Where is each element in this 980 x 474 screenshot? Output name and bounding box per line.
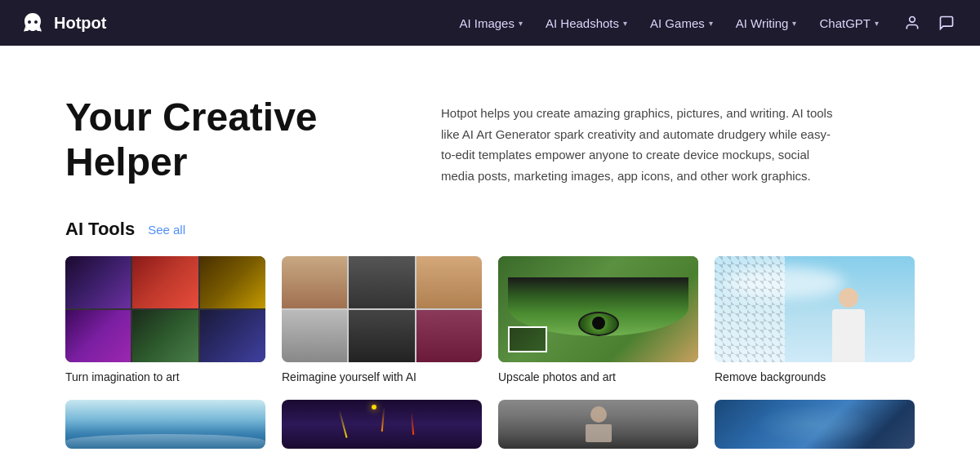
hero-title: Your Creative Helper xyxy=(65,95,376,184)
tools-header: AI Tools See all xyxy=(65,219,915,240)
tools-section-title: AI Tools xyxy=(65,219,135,240)
chevron-down-icon: ▾ xyxy=(792,19,796,28)
svg-point-2 xyxy=(910,17,915,23)
user-icon xyxy=(904,15,920,31)
tool-card-fireworks[interactable] xyxy=(282,400,482,457)
upscale-visual xyxy=(498,256,698,362)
tool-card-portrait[interactable] xyxy=(498,400,698,457)
message-icon xyxy=(938,15,955,31)
mosaic-cell xyxy=(282,310,347,362)
person-mosaic xyxy=(282,256,482,362)
art-mosaic xyxy=(65,256,265,362)
mosaic-cell xyxy=(282,256,347,308)
svg-point-1 xyxy=(34,20,38,24)
tool-card-imagination[interactable]: Turn imagination to art xyxy=(65,256,265,383)
tool-label-imagination: Turn imagination to art xyxy=(65,370,265,383)
navbar-icons xyxy=(898,9,960,37)
chevron-down-icon: ▾ xyxy=(519,19,523,28)
nav-item-ai-games[interactable]: AI Games ▾ xyxy=(640,10,723,37)
nav-item-ai-writing[interactable]: AI Writing ▾ xyxy=(726,10,807,37)
tool-card-upscale[interactable]: Upscale photos and art xyxy=(498,256,698,383)
nav-label-ai-writing: AI Writing xyxy=(736,16,789,30)
tool-image-painting xyxy=(715,400,915,449)
mosaic-cell xyxy=(416,256,482,308)
hero-section: Your Creative Helper Hotpot helps you cr… xyxy=(0,46,980,219)
user-icon-button[interactable] xyxy=(898,9,926,37)
tools-grid: Turn imagination to art Reimagine yourse… xyxy=(65,256,915,457)
mosaic-cell xyxy=(132,310,198,362)
mosaic-cell xyxy=(65,310,131,362)
tool-label-remove-bg: Remove backgrounds xyxy=(715,370,915,383)
tool-image-imagination xyxy=(65,256,265,362)
upscale-thumbnail xyxy=(508,326,547,352)
message-icon-button[interactable] xyxy=(933,9,960,37)
chevron-down-icon: ▾ xyxy=(709,19,713,28)
see-all-link[interactable]: See all xyxy=(148,223,185,237)
remove-bg-visual xyxy=(715,256,915,362)
tools-section: AI Tools See all Turn imagination to art xyxy=(0,219,980,474)
nav-label-chatgpt: ChatGPT xyxy=(819,16,871,30)
chevron-down-icon: ▾ xyxy=(875,19,879,28)
brand-logo[interactable]: Hotpot xyxy=(20,10,106,36)
svg-point-0 xyxy=(28,20,31,24)
navbar: Hotpot AI Images ▾ AI Headshots ▾ AI Gam… xyxy=(0,0,980,46)
nav-label-ai-games: AI Games xyxy=(650,16,705,30)
mosaic-cell xyxy=(65,256,131,308)
mosaic-cell xyxy=(416,310,482,362)
tool-card-remove-bg[interactable]: Remove backgrounds xyxy=(715,256,915,383)
hotpot-icon xyxy=(20,10,46,36)
nav-item-ai-headshots[interactable]: AI Headshots ▾ xyxy=(536,10,637,37)
tool-label-upscale: Upscale photos and art xyxy=(498,370,698,383)
mosaic-cell xyxy=(349,310,414,362)
tool-image-enhance xyxy=(65,400,265,449)
mosaic-cell xyxy=(349,256,414,308)
tool-image-fireworks xyxy=(282,400,482,449)
mosaic-cell xyxy=(132,256,198,308)
tool-label-reimagine: Reimagine yourself with AI xyxy=(282,370,482,383)
navbar-nav: AI Images ▾ AI Headshots ▾ AI Games ▾ AI… xyxy=(449,9,960,37)
hero-left: Your Creative Helper xyxy=(65,95,376,184)
tool-image-portrait xyxy=(498,400,698,449)
hero-description: Hotpot helps you create amazing graphics… xyxy=(441,103,833,186)
chevron-down-icon: ▾ xyxy=(623,19,627,28)
nav-item-ai-images[interactable]: AI Images ▾ xyxy=(449,10,532,37)
brand-name: Hotpot xyxy=(54,14,106,33)
tool-image-upscale xyxy=(498,256,698,362)
nav-item-chatgpt[interactable]: ChatGPT ▾ xyxy=(809,10,889,37)
tool-card-painting[interactable] xyxy=(715,400,915,457)
hero-right: Hotpot helps you create amazing graphics… xyxy=(441,95,915,186)
tool-card-reimagine[interactable]: Reimagine yourself with AI xyxy=(282,256,482,383)
tool-card-enhance[interactable] xyxy=(65,400,265,457)
nav-label-ai-images: AI Images xyxy=(459,16,514,30)
mosaic-cell xyxy=(200,256,265,308)
tool-image-reimagine xyxy=(282,256,482,362)
mosaic-cell xyxy=(200,310,265,362)
tool-image-remove-bg xyxy=(715,256,915,362)
nav-label-ai-headshots: AI Headshots xyxy=(546,16,619,30)
